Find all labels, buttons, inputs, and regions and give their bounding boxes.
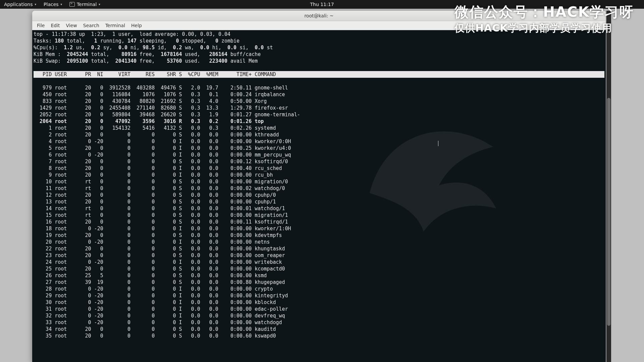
applications-menu[interactable]: Applications ▾ — [4, 2, 36, 7]
menu-search[interactable]: Search — [83, 23, 99, 28]
terminal-body[interactable]: top - 11:17:38 up 1:23, 1 user, load ave… — [32, 30, 606, 362]
terminal-app-label: Terminal — [77, 2, 97, 7]
applications-label: Applications — [4, 2, 33, 7]
places-label: Places — [44, 2, 59, 7]
clock[interactable]: Thu 11:17 — [310, 2, 334, 7]
window-titlebar[interactable]: root@kali: ~ — [32, 11, 606, 21]
text-cursor — [438, 141, 438, 146]
terminal-window: root@kali: ~ File Edit View Search Termi… — [32, 11, 606, 362]
menu-view[interactable]: View — [66, 23, 77, 28]
terminal-icon — [69, 2, 75, 7]
menu-edit[interactable]: Edit — [51, 23, 60, 28]
gnome-topbar: Applications ▾ Places ▾ Terminal ▾ Thu 1… — [0, 0, 644, 9]
chevron-down-icon: ▾ — [35, 3, 37, 6]
terminal-app-menu[interactable]: Terminal ▾ — [69, 2, 100, 7]
vertical-scrollbar[interactable] — [606, 11, 611, 362]
menu-help[interactable]: Help — [131, 23, 142, 28]
menu-terminal[interactable]: Terminal — [105, 23, 125, 28]
window-menubar: File Edit View Search Terminal Help — [32, 21, 606, 30]
places-menu[interactable]: Places ▾ — [44, 2, 62, 7]
scrollbar-thumb[interactable] — [607, 98, 610, 326]
chevron-down-icon: ▾ — [99, 3, 100, 6]
chevron-down-icon: ▾ — [61, 3, 62, 6]
top-output: top - 11:17:38 up 1:23, 1 user, load ave… — [34, 31, 604, 339]
window-title: root@kali: ~ — [304, 13, 333, 18]
menu-file[interactable]: File — [37, 23, 45, 28]
